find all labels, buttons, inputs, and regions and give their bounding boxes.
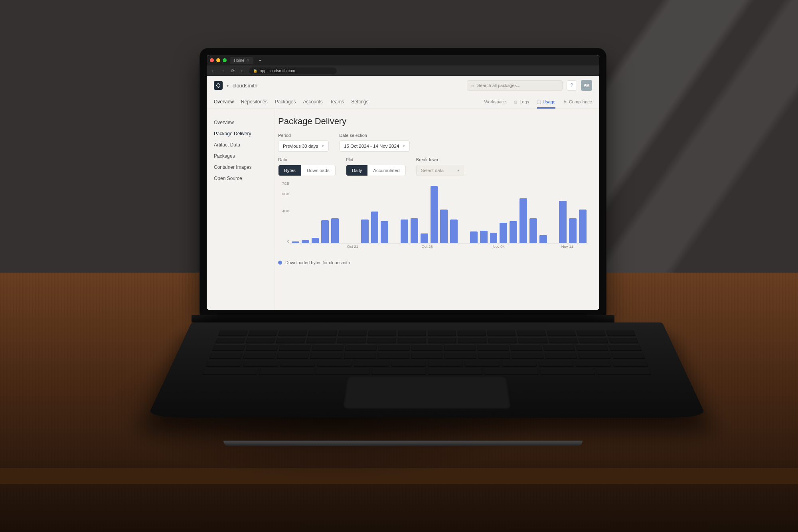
browser-chrome: Home × + ← → ⟳ ⌂ 🔒 app.cloudsmith.com — [207, 55, 599, 76]
subnav-logs[interactable]: ◷Logs — [514, 95, 529, 108]
chart-bar — [559, 201, 567, 243]
data-toggle: BytesDownloads — [278, 165, 336, 176]
date-range-value: 15 Oct 2024 - 14 Nov 2024 — [344, 144, 399, 148]
chart-bar — [331, 218, 339, 243]
chart-bar — [312, 238, 319, 243]
subnav-usage[interactable]: ⬚Usage — [537, 95, 555, 109]
minimize-window-icon[interactable] — [216, 58, 220, 62]
sidebar-item-packages[interactable]: Packages — [214, 150, 275, 162]
seg-plot-daily[interactable]: Daily — [346, 165, 368, 176]
chart-bar — [371, 212, 379, 243]
nav-accounts[interactable]: Accounts — [303, 95, 322, 109]
y-tick: 4GB — [278, 209, 289, 213]
legend-swatch-icon — [278, 261, 282, 265]
sidebar-item-package-delivery[interactable]: Package Delivery — [214, 128, 275, 139]
page-title: Package Delivery — [278, 116, 588, 127]
workspace-name[interactable]: cloudsmith — [233, 83, 257, 89]
chart-bar — [569, 218, 577, 243]
nav-overview[interactable]: Overview — [214, 95, 234, 109]
chart-bar — [579, 210, 587, 243]
breakdown-placeholder: Select data — [421, 168, 444, 173]
nav-teams[interactable]: Teams — [330, 95, 344, 109]
chart-bar — [500, 223, 507, 243]
legend-label: Downloaded bytes for cloudsmith — [285, 260, 350, 265]
workspace-switcher-icon[interactable]: ▾ — [227, 83, 229, 88]
data-label: Data — [278, 157, 336, 162]
window-controls[interactable] — [210, 58, 227, 62]
y-tick: 7GB — [278, 182, 289, 186]
nav-home-icon[interactable]: ⌂ — [239, 68, 245, 73]
sidebar-item-container-images[interactable]: Container Images — [214, 162, 275, 173]
seg-data-downloads[interactable]: Downloads — [301, 165, 335, 176]
seg-data-bytes[interactable]: Bytes — [279, 165, 301, 176]
nav-repositories[interactable]: Repositories — [241, 95, 268, 109]
chart-bar — [539, 235, 547, 243]
period-label: Period — [278, 133, 329, 138]
chart-bar — [529, 218, 537, 243]
breakdown-label: Breakdown — [416, 157, 464, 162]
chevron-down-icon: ▾ — [457, 168, 459, 172]
search-placeholder: Search all packages... — [477, 83, 520, 88]
y-tick: 6GB — [278, 192, 289, 196]
nav-forward-icon[interactable]: → — [220, 68, 226, 73]
main-content: Package Delivery Period Previous 30 days… — [275, 109, 599, 310]
app-header: ▾ cloudsmith ⌕ Search all packages... ? … — [207, 76, 599, 95]
period-select[interactable]: Previous 30 days ▾ — [278, 140, 329, 152]
plot-label: Plot — [346, 157, 406, 162]
breakdown-select[interactable]: Select data ▾ — [416, 165, 464, 176]
close-window-icon[interactable] — [210, 58, 214, 62]
laptop-mockup: Home × + ← → ⟳ ⌂ 🔒 app.cloudsmith.com — [192, 48, 614, 446]
chart-bar — [302, 240, 309, 243]
subnav-compliance[interactable]: ⚑Compliance — [563, 95, 592, 108]
sidebar-item-overview[interactable]: Overview — [214, 117, 275, 128]
usage-chart: 7GB6GB4GB0 Oct 21Oct 28Nov 04Nov 11 — [278, 182, 588, 251]
chart-bar — [440, 210, 448, 243]
seg-plot-accumulated[interactable]: Accumulated — [367, 165, 405, 176]
app-nav: OverviewRepositoriesPackagesAccountsTeam… — [207, 95, 599, 109]
chart-bar — [490, 233, 498, 243]
maximize-window-icon[interactable] — [223, 58, 227, 62]
lock-icon: 🔒 — [253, 69, 257, 73]
browser-tab[interactable]: Home × — [230, 57, 253, 64]
usage-icon: ⬚ — [537, 100, 541, 104]
chart-bar — [450, 220, 458, 243]
x-tick: Nov 04 — [493, 244, 505, 249]
chart-bar — [292, 241, 299, 243]
chevron-down-icon: ▾ — [403, 144, 405, 148]
logs-icon: ◷ — [514, 100, 518, 104]
subnav-workspace[interactable]: Workspace — [484, 95, 506, 108]
brand-logo-icon[interactable] — [214, 81, 223, 90]
chart-bar — [411, 218, 418, 243]
tab-title: Home — [234, 58, 245, 63]
nav-packages[interactable]: Packages — [275, 95, 296, 109]
url-text: app.cloudsmith.com — [260, 69, 295, 73]
chart-bar — [381, 221, 388, 243]
address-bar[interactable]: 🔒 app.cloudsmith.com — [249, 67, 337, 74]
x-tick: Oct 21 — [347, 244, 358, 249]
chart-bar — [431, 186, 438, 243]
plot-toggle: DailyAccumulated — [346, 165, 406, 176]
date-range-select[interactable]: 15 Oct 2024 - 14 Nov 2024 ▾ — [339, 140, 410, 152]
y-tick: 0 — [278, 239, 289, 243]
global-search-input[interactable]: ⌕ Search all packages... — [467, 80, 563, 91]
chevron-down-icon: ▾ — [322, 144, 324, 148]
sidebar: OverviewPackage DeliveryArtifact DataPac… — [207, 109, 275, 310]
chart-bar — [480, 231, 488, 243]
nav-settings[interactable]: Settings — [351, 95, 368, 109]
chart-bar — [361, 220, 369, 243]
new-tab-button[interactable]: + — [257, 57, 264, 64]
close-tab-icon[interactable]: × — [247, 58, 249, 63]
chart-bar — [519, 198, 527, 243]
nav-back-icon[interactable]: ← — [211, 68, 216, 73]
user-avatar[interactable]: PM — [581, 80, 592, 91]
dates-label: Date selection — [339, 133, 410, 138]
period-value: Previous 30 days — [283, 144, 318, 148]
chart-bar — [321, 220, 329, 243]
sidebar-item-open-source[interactable]: Open Source — [214, 173, 275, 184]
help-button[interactable]: ? — [567, 80, 577, 91]
nav-reload-icon[interactable]: ⟳ — [230, 68, 235, 73]
x-tick: Oct 28 — [422, 244, 433, 249]
chart-bar — [510, 221, 517, 243]
sidebar-item-artifact-data[interactable]: Artifact Data — [214, 139, 275, 150]
compliance-icon: ⚑ — [563, 100, 567, 104]
